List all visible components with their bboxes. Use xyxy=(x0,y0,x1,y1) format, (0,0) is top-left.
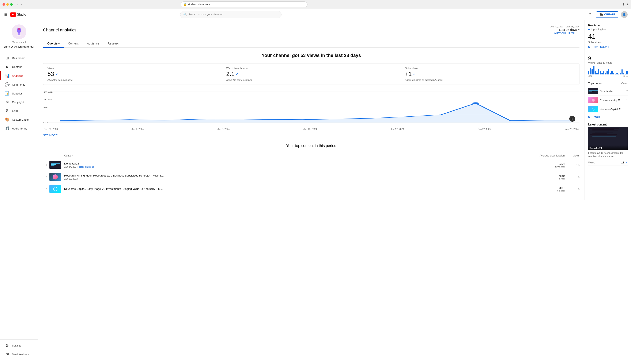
col-header-content: Content xyxy=(64,154,73,157)
see-more-chart-button[interactable]: SEE MORE xyxy=(43,134,58,137)
sidebar-item-content[interactable]: ▶ Content xyxy=(0,62,38,71)
sidebar-label-copyright: Copyright xyxy=(12,100,24,104)
sidebar-bottom: ⚙ Settings ✉ Send feedback xyxy=(0,339,38,361)
content-title-1: DemoJan24 xyxy=(600,90,623,92)
main-chart: 24 16 8 0 xyxy=(43,88,579,126)
realtime-views-label: Views · Last 48 hours xyxy=(588,61,628,64)
row-pct-1: (106.4%) xyxy=(537,165,565,168)
tab-overview[interactable]: Overview xyxy=(43,40,64,48)
search-bar[interactable]: 🔍 xyxy=(180,11,282,18)
chart-time-start: -48h xyxy=(588,75,592,78)
row-info-3: Keyhorse Capital, Early Stage VC Investm… xyxy=(64,187,537,191)
mini-bar xyxy=(625,74,626,74)
tab-content[interactable]: Content xyxy=(64,40,83,48)
maximize-window-button[interactable] xyxy=(10,3,13,6)
sidebar-item-earn[interactable]: $ Earn xyxy=(0,106,38,115)
search-input[interactable] xyxy=(188,13,278,16)
date-range-selector[interactable]: Last 28 days ▾ xyxy=(550,28,579,32)
live-label: Updating live xyxy=(591,28,606,31)
user-avatar[interactable]: 👤 xyxy=(621,11,628,18)
sidebar-label-send-feedback: Send feedback xyxy=(12,353,29,356)
top-content-views-label: Views xyxy=(621,82,628,85)
analytics-main-panel: Channel analytics Dec 30, 2023 – Jan 26,… xyxy=(38,20,584,200)
yt-studio-logo[interactable]: Studio xyxy=(10,12,26,17)
svg-point-5 xyxy=(18,28,20,30)
content-icon: ▶ xyxy=(5,64,10,69)
sidebar-item-send-feedback[interactable]: ✉ Send feedback xyxy=(0,350,38,359)
chart-play-button[interactable] xyxy=(569,116,575,122)
mini-bar xyxy=(626,71,628,74)
metric-note-subscribers: About the same as previous 28 days xyxy=(405,79,575,81)
create-label: CREATE xyxy=(604,13,615,16)
content-info-1: DemoJan24 xyxy=(600,90,625,92)
see-more-sidebar-button[interactable]: SEE MORE xyxy=(588,116,601,118)
audio-library-icon: 🎵 xyxy=(5,126,10,131)
latest-content-panel: Latest content xyxy=(588,123,628,166)
svg-point-16 xyxy=(472,102,479,104)
sidebar-item-comments[interactable]: 💬 Comments xyxy=(0,80,38,89)
sidebar-item-audio-library[interactable]: 🎵 Audio library xyxy=(0,124,38,133)
create-button[interactable]: 🎬 CREATE xyxy=(596,12,618,18)
sidebar-label-settings: Settings xyxy=(12,344,21,347)
latest-content-thumbnail[interactable]: DemoJan24 xyxy=(588,127,628,150)
chart-date-1: Jan 4, 2024 xyxy=(132,128,144,130)
content-thumb-3 xyxy=(588,106,598,112)
browser-address-bar[interactable]: 🔒 studio.youtube.com xyxy=(181,2,307,8)
table-row: 2 Research Mining Moon Resources as a Bu… xyxy=(43,171,579,183)
earn-icon: $ xyxy=(5,108,10,113)
sidebar-item-subtitles[interactable]: 📝 Subtitles xyxy=(0,89,38,98)
chart-date-3: Jan 13, 2024 xyxy=(303,128,317,130)
content-item-2[interactable]: Research Mining Moon Reso... 1 xyxy=(588,96,628,105)
sidebar-item-dashboard[interactable]: ⊞ Dashboard xyxy=(0,54,38,62)
row-title-1: DemoJan24 xyxy=(64,162,537,165)
metric-label-views: Views xyxy=(48,67,218,70)
mini-bar xyxy=(610,73,611,74)
chart-date-5: Jan 22, 2024 xyxy=(478,128,491,130)
sidebar-item-customization[interactable]: 🎨 Customization xyxy=(0,115,38,124)
channel-avatar[interactable] xyxy=(12,24,26,39)
main-layout: Your channel Story Of An Entrepreneur ⊞ … xyxy=(0,20,631,364)
row-thumbnail-2 xyxy=(49,173,64,181)
page-title: Channel analytics xyxy=(43,28,76,32)
sidebar-label-customization: Customization xyxy=(12,118,29,121)
row-thumbnail-3 xyxy=(49,185,64,193)
close-window-button[interactable] xyxy=(3,3,5,6)
tab-audience[interactable]: Audience xyxy=(83,40,103,48)
latest-metric-name: Views xyxy=(588,161,595,164)
customization-icon: 🎨 xyxy=(5,117,10,122)
help-button[interactable]: ? xyxy=(586,11,594,18)
advanced-mode-button[interactable]: ADVANCED MODE xyxy=(554,32,579,34)
minimize-window-button[interactable] xyxy=(6,3,9,6)
sidebar-label-earn: Earn xyxy=(12,109,18,112)
sidebar-label-dashboard: Dashboard xyxy=(12,56,26,60)
browser-share-button[interactable]: ⬆ xyxy=(622,2,625,6)
mini-bar xyxy=(616,73,618,74)
realtime-mini-chart xyxy=(588,66,628,74)
analytics-right-sidebar: Realtime Updating live 41 Subscribers SE… xyxy=(584,20,631,200)
mini-bar xyxy=(611,71,613,74)
row-date-2: Jan 13, 2023 xyxy=(64,178,537,180)
content-views-3: 1 xyxy=(626,108,628,110)
subtitles-icon: 📝 xyxy=(5,91,10,96)
url-text: studio.youtube.com xyxy=(188,3,210,6)
see-live-count-button[interactable]: SEE LIVE COUNT xyxy=(588,46,609,48)
tab-research[interactable]: Research xyxy=(103,40,125,48)
hamburger-menu-button[interactable]: ☰ xyxy=(3,12,9,18)
channel-label: Your channel xyxy=(12,41,26,44)
sidebar-item-settings[interactable]: ⚙ Settings xyxy=(0,341,38,350)
sidebar-item-analytics[interactable]: 📊 Analytics xyxy=(0,71,38,80)
browser-new-tab-button[interactable]: + xyxy=(626,2,628,6)
content-item-1[interactable]: DemoJan24 7 xyxy=(588,87,628,96)
browser-back-button[interactable]: ‹ xyxy=(16,2,19,7)
browser-forward-button[interactable]: › xyxy=(20,2,22,7)
row-info-1: DemoJan24 Jan 24, 2024 Recent upload xyxy=(64,162,537,168)
metric-value-watch-time: 2.1 xyxy=(226,71,235,78)
sidebar-label-analytics: Analytics xyxy=(12,74,23,78)
sidebar-label-content: Content xyxy=(12,66,22,68)
comments-icon: 💬 xyxy=(5,82,10,87)
sidebar-item-copyright[interactable]: © Copyright xyxy=(0,98,38,106)
content-item-3[interactable]: Keyhorse Capital, Early Stage... 1 xyxy=(588,105,628,114)
sidebar-label-audio-library: Audio library xyxy=(12,127,27,130)
top-content-section: Your top content in this period Content … xyxy=(43,144,579,195)
chart-date-6: Jan 26, 2024 xyxy=(565,128,579,130)
